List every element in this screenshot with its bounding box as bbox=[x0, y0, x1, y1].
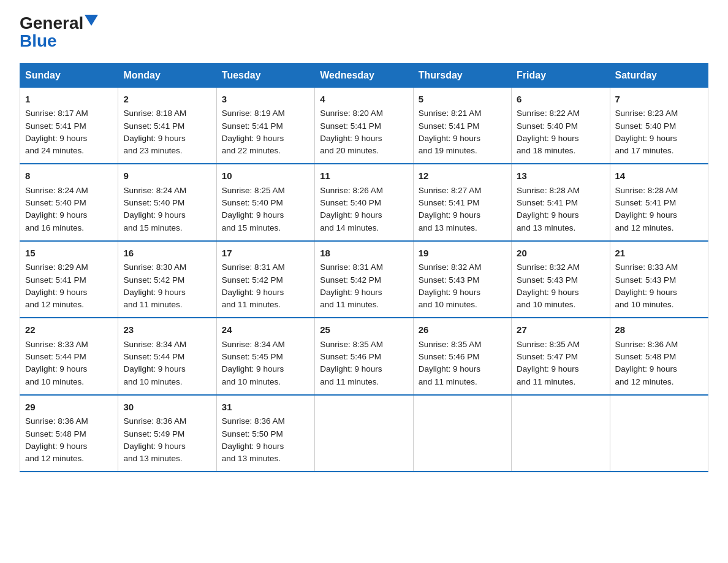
col-header-sunday: Sunday bbox=[20, 63, 118, 87]
day-number: 5 bbox=[419, 93, 506, 107]
calendar-cell: 26Sunrise: 8:35 AMSunset: 5:46 PMDayligh… bbox=[413, 318, 511, 395]
day-number: 13 bbox=[517, 169, 604, 183]
day-number: 23 bbox=[123, 323, 211, 337]
day-number: 17 bbox=[222, 247, 309, 261]
day-number: 25 bbox=[320, 323, 408, 337]
calendar-cell: 23Sunrise: 8:34 AMSunset: 5:44 PMDayligh… bbox=[118, 318, 216, 395]
day-number: 26 bbox=[419, 323, 506, 337]
calendar-cell: 6Sunrise: 8:22 AMSunset: 5:40 PMDaylight… bbox=[512, 87, 610, 164]
calendar-cell: 2Sunrise: 8:18 AMSunset: 5:41 PMDaylight… bbox=[118, 87, 216, 164]
logo-general: General bbox=[20, 15, 83, 32]
calendar-cell: 17Sunrise: 8:31 AMSunset: 5:42 PMDayligh… bbox=[216, 241, 314, 318]
calendar-cell: 4Sunrise: 8:20 AMSunset: 5:41 PMDaylight… bbox=[315, 87, 413, 164]
svg-marker-0 bbox=[85, 15, 98, 26]
logo-blue: Blue bbox=[20, 32, 57, 51]
day-number: 28 bbox=[615, 323, 703, 337]
day-number: 9 bbox=[123, 169, 211, 183]
day-number: 31 bbox=[222, 400, 309, 415]
day-number: 7 bbox=[615, 93, 703, 107]
calendar-cell: 29Sunrise: 8:36 AMSunset: 5:48 PMDayligh… bbox=[20, 395, 118, 472]
calendar-cell: 3Sunrise: 8:19 AMSunset: 5:41 PMDaylight… bbox=[216, 87, 314, 164]
day-number: 19 bbox=[419, 247, 506, 261]
calendar-cell: 20Sunrise: 8:32 AMSunset: 5:43 PMDayligh… bbox=[512, 241, 610, 318]
calendar-cell: 22Sunrise: 8:33 AMSunset: 5:44 PMDayligh… bbox=[20, 318, 118, 395]
calendar-cell: 18Sunrise: 8:31 AMSunset: 5:42 PMDayligh… bbox=[315, 241, 413, 318]
day-number: 14 bbox=[615, 169, 703, 183]
col-header-saturday: Saturday bbox=[610, 63, 708, 87]
day-number: 18 bbox=[320, 247, 408, 261]
calendar-week-row: 8Sunrise: 8:24 AMSunset: 5:40 PMDaylight… bbox=[20, 164, 708, 241]
logo-arrow-icon bbox=[85, 15, 98, 26]
calendar-table: SundayMondayTuesdayWednesdayThursdayFrid… bbox=[20, 63, 708, 473]
day-number: 16 bbox=[123, 247, 211, 261]
day-number: 29 bbox=[25, 400, 113, 415]
calendar-cell: 1Sunrise: 8:17 AMSunset: 5:41 PMDaylight… bbox=[20, 87, 118, 164]
day-number: 3 bbox=[222, 93, 309, 107]
calendar-cell: 7Sunrise: 8:23 AMSunset: 5:40 PMDaylight… bbox=[610, 87, 708, 164]
calendar-cell: 21Sunrise: 8:33 AMSunset: 5:43 PMDayligh… bbox=[610, 241, 708, 318]
day-number: 30 bbox=[123, 400, 211, 415]
calendar-cell: 24Sunrise: 8:34 AMSunset: 5:45 PMDayligh… bbox=[216, 318, 314, 395]
calendar-cell: 30Sunrise: 8:36 AMSunset: 5:49 PMDayligh… bbox=[118, 395, 216, 472]
calendar-week-row: 29Sunrise: 8:36 AMSunset: 5:48 PMDayligh… bbox=[20, 395, 708, 472]
day-number: 20 bbox=[517, 247, 604, 261]
calendar-week-row: 1Sunrise: 8:17 AMSunset: 5:41 PMDaylight… bbox=[20, 87, 708, 164]
calendar-cell: 16Sunrise: 8:30 AMSunset: 5:42 PMDayligh… bbox=[118, 241, 216, 318]
day-number: 11 bbox=[320, 169, 408, 183]
calendar-cell bbox=[413, 395, 511, 472]
logo: General Blue bbox=[20, 15, 98, 51]
calendar-cell: 28Sunrise: 8:36 AMSunset: 5:48 PMDayligh… bbox=[610, 318, 708, 395]
calendar-week-row: 15Sunrise: 8:29 AMSunset: 5:41 PMDayligh… bbox=[20, 241, 708, 318]
calendar-cell: 8Sunrise: 8:24 AMSunset: 5:40 PMDaylight… bbox=[20, 164, 118, 241]
col-header-tuesday: Tuesday bbox=[216, 63, 314, 87]
day-number: 22 bbox=[25, 323, 113, 337]
calendar-cell: 15Sunrise: 8:29 AMSunset: 5:41 PMDayligh… bbox=[20, 241, 118, 318]
day-number: 4 bbox=[320, 93, 408, 107]
calendar-header-row: SundayMondayTuesdayWednesdayThursdayFrid… bbox=[20, 63, 708, 87]
calendar-cell: 13Sunrise: 8:28 AMSunset: 5:41 PMDayligh… bbox=[512, 164, 610, 241]
calendar-week-row: 22Sunrise: 8:33 AMSunset: 5:44 PMDayligh… bbox=[20, 318, 708, 395]
calendar-cell: 11Sunrise: 8:26 AMSunset: 5:40 PMDayligh… bbox=[315, 164, 413, 241]
calendar-cell: 12Sunrise: 8:27 AMSunset: 5:41 PMDayligh… bbox=[413, 164, 511, 241]
col-header-thursday: Thursday bbox=[413, 63, 511, 87]
col-header-wednesday: Wednesday bbox=[315, 63, 413, 87]
col-header-friday: Friday bbox=[512, 63, 610, 87]
calendar-cell: 14Sunrise: 8:28 AMSunset: 5:41 PMDayligh… bbox=[610, 164, 708, 241]
day-number: 27 bbox=[517, 323, 604, 337]
day-number: 2 bbox=[123, 93, 211, 107]
day-number: 21 bbox=[615, 247, 703, 261]
calendar-cell: 31Sunrise: 8:36 AMSunset: 5:50 PMDayligh… bbox=[216, 395, 314, 472]
day-number: 8 bbox=[25, 169, 113, 183]
page-header: General Blue bbox=[20, 15, 708, 51]
calendar-cell: 5Sunrise: 8:21 AMSunset: 5:41 PMDaylight… bbox=[413, 87, 511, 164]
day-number: 24 bbox=[222, 323, 309, 337]
calendar-cell: 27Sunrise: 8:35 AMSunset: 5:47 PMDayligh… bbox=[512, 318, 610, 395]
day-number: 1 bbox=[25, 93, 113, 107]
day-number: 10 bbox=[222, 169, 309, 183]
calendar-cell bbox=[315, 395, 413, 472]
day-number: 12 bbox=[419, 169, 506, 183]
calendar-cell bbox=[512, 395, 610, 472]
calendar-cell: 9Sunrise: 8:24 AMSunset: 5:40 PMDaylight… bbox=[118, 164, 216, 241]
calendar-cell: 19Sunrise: 8:32 AMSunset: 5:43 PMDayligh… bbox=[413, 241, 511, 318]
day-number: 6 bbox=[517, 93, 604, 107]
calendar-cell: 10Sunrise: 8:25 AMSunset: 5:40 PMDayligh… bbox=[216, 164, 314, 241]
day-number: 15 bbox=[25, 247, 113, 261]
col-header-monday: Monday bbox=[118, 63, 216, 87]
calendar-cell: 25Sunrise: 8:35 AMSunset: 5:46 PMDayligh… bbox=[315, 318, 413, 395]
calendar-cell bbox=[610, 395, 708, 472]
